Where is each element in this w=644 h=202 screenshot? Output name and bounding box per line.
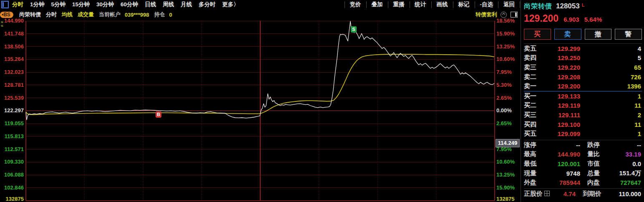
stat-label: 内盘 [587, 179, 606, 187]
bid-price: 129.111 [543, 111, 580, 119]
cancel-button[interactable]: 撤 [585, 29, 612, 40]
ask-price: 129.200 [543, 83, 580, 90]
ask-row-卖三[interactable]: 卖三129.22065 [524, 63, 642, 72]
tab-30分钟[interactable]: 30分钟 [96, 1, 114, 8]
right-axis-label: 2.65% [496, 95, 512, 101]
buy-marker: B [156, 111, 161, 118]
tab-1分钟[interactable]: 1分钟 [30, 1, 45, 8]
ask-row-卖二[interactable]: 卖二129.208726 [524, 72, 642, 82]
stock-price-label: 正股价 [524, 190, 550, 198]
ask-volume: 5 [580, 54, 642, 61]
bid-volume: 1 [580, 130, 642, 137]
alert-button[interactable]: 警 [615, 29, 642, 40]
arbitrage-link[interactable]: 转债套利 [475, 11, 497, 18]
bid-label: 买一 [524, 92, 543, 100]
stats-row: 涨停--跌停-- [524, 140, 642, 150]
left-axis-label: 132.023 [0, 69, 24, 75]
right-axis-label: 7.95% [496, 69, 512, 75]
bottom-info-row: 正股价 4.74 到期价 110.000 [524, 189, 642, 199]
toolbar-button-画线[interactable]: 画线 [431, 1, 453, 8]
bond-name[interactable]: 尚荣转债 [524, 2, 552, 11]
stat-value: -- [606, 141, 642, 149]
left-axis-label: 119.055 [0, 120, 24, 126]
ask-price: 129.220 [543, 64, 580, 71]
tab-多分时[interactable]: 多分时 [199, 1, 216, 8]
bid-row-买四[interactable]: 买四129.10011 [524, 120, 642, 129]
stat-label: 市值 [587, 160, 606, 168]
chart-canvas [0, 0, 520, 202]
toolbar-button-竞价[interactable]: 竞价 [345, 1, 366, 8]
price-change: 6.903 [564, 16, 579, 23]
stat-value: 151.4万 [606, 169, 642, 177]
ask-label: 卖二 [524, 73, 543, 81]
stat-value: 120.001 [543, 160, 580, 167]
stats-row: 最高144.990量比33.19 [524, 150, 642, 159]
ask-volume: 65 [580, 64, 642, 71]
panel-toggle-icon[interactable] [511, 12, 518, 18]
circle-up-icon[interactable] [501, 12, 507, 18]
ask-price: 129.250 [543, 54, 580, 61]
tab-周线[interactable]: 周线 [163, 1, 174, 8]
bid-volume: 2 [580, 111, 642, 119]
price-change-pct: 5.64% [584, 16, 602, 23]
table-icon[interactable] [544, 191, 550, 196]
tab-更多〉[interactable]: 更多〉 [222, 1, 239, 8]
bid-row-买一[interactable]: 买一129.1331 [524, 91, 642, 101]
axis-collapse-icon[interactable]: «« [0, 20, 4, 28]
toolbar-button-叠加[interactable]: 叠加 [366, 1, 388, 8]
tab-日线[interactable]: 日线 [145, 1, 156, 8]
right-axis-label: 15.90% [496, 30, 515, 37]
right-axis-label: 0.00% [496, 107, 512, 114]
bid-row-买三[interactable]: 买三129.1112 [524, 110, 642, 120]
ma-legend[interactable]: 均线 [62, 11, 73, 18]
stats-row: 最低120.001市值0.0 [524, 159, 642, 169]
last-price: 129.200 [524, 13, 558, 24]
bid-label: 买三 [524, 111, 543, 119]
position-label: 持仓 [154, 11, 165, 18]
left-axis-label: 125.539 [0, 95, 24, 101]
stat-label: 总量 [587, 169, 606, 177]
toolbar-button-统计[interactable]: 统计 [410, 1, 431, 8]
toolbar-button-标记[interactable]: 标记 [453, 1, 475, 8]
bid-label: 买四 [524, 121, 543, 129]
chart-header: •BS 尚荣转债 分时 均线 成交量 当前帐户 039***998 持仓 0 转… [0, 10, 520, 19]
buy-button[interactable]: 买 [524, 29, 551, 40]
ask-label: 卖三 [524, 63, 543, 71]
volume-legend[interactable]: 成交量 [78, 11, 94, 18]
stat-label: 最低 [524, 160, 543, 168]
ask-price: 129.208 [543, 73, 580, 81]
right-axis-label: 10.60% [496, 56, 515, 62]
bid-volume: 11 [580, 121, 642, 128]
period-toolbar: 分时1分钟5分钟15分钟30分钟60分钟日线周线月线多分时更多〉 竞价叠加重播统… [0, 0, 520, 9]
left-axis-label: 109.330 [0, 159, 24, 165]
maturity-price-label: 到期价 [583, 190, 602, 198]
intraday-chart: 144.990141.748138.506135.264132.023128.7… [0, 0, 520, 202]
tab-月线[interactable]: 月线 [181, 1, 192, 8]
tab-5分钟[interactable]: 5分钟 [51, 1, 66, 8]
window-toggle-icon[interactable] [1, 1, 9, 8]
bid-label: 买五 [524, 130, 543, 138]
volume-scale-label-left: 132875 [0, 196, 24, 202]
stat-label: 涨停 [524, 141, 543, 149]
ask-row-卖一[interactable]: 卖一129.2001396 [524, 81, 642, 91]
stat-label: 现量 [524, 169, 543, 177]
tab-60分钟[interactable]: 60分钟 [121, 1, 138, 8]
bid-row-买五[interactable]: 买五129.0991 [524, 129, 642, 139]
tab-15分钟[interactable]: 15分钟 [72, 1, 90, 8]
right-axis-label: 15.90% [496, 184, 515, 191]
toolbar-button--自选[interactable]: -自选 [475, 1, 498, 8]
sell-button[interactable]: 卖 [554, 29, 581, 40]
ask-volume: 726 [580, 73, 642, 81]
toolbar-button-重播[interactable]: 重播 [388, 1, 410, 8]
ask-row-卖五[interactable]: 卖五129.2994 [524, 44, 642, 53]
right-axis-label: 10.60% [496, 159, 515, 165]
bs-marks-badge[interactable]: •BS [0, 12, 13, 18]
toolbar-button-返回[interactable]: 返回 [498, 1, 520, 8]
tab-分时[interactable]: 分时 [12, 1, 23, 8]
bid-price: 129.100 [543, 121, 580, 128]
bid-row-买二[interactable]: 买二129.11911 [524, 101, 642, 111]
right-axis-label: 5.30% [496, 82, 512, 88]
left-axis-label: 106.088 [0, 172, 24, 178]
ask-row-卖四[interactable]: 卖四129.2505 [524, 53, 642, 63]
stat-value: 785944 [543, 179, 580, 186]
